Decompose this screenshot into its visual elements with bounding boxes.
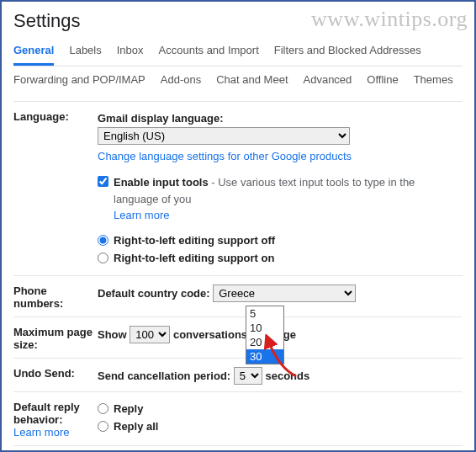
- country-code-select[interactable]: Greece: [213, 284, 356, 302]
- undo-period-select[interactable]: 5: [234, 367, 262, 385]
- tab-themes[interactable]: Themes: [414, 73, 453, 93]
- pagesize-label: Maximum page size:: [13, 326, 93, 351]
- tabs-row-1: General Labels Inbox Accounts and Import…: [13, 44, 463, 66]
- display-language-label: Gmail display language:: [98, 112, 224, 125]
- tab-forwarding[interactable]: Forwarding and POP/IMAP: [13, 73, 145, 93]
- undo-period-dropdown-list[interactable]: 5 10 20 30: [246, 306, 284, 364]
- page-title: Settings: [13, 10, 463, 32]
- enable-input-tools-checkbox[interactable]: [98, 176, 108, 187]
- reply-label: Default reply behavior:: [13, 401, 80, 426]
- tab-accounts[interactable]: Accounts and Import: [159, 44, 259, 66]
- reply-option-label: Reply: [114, 401, 143, 417]
- change-language-link[interactable]: Change language settings for other Googl…: [98, 150, 352, 162]
- reply-radio[interactable]: [98, 403, 108, 414]
- language-label: Language:: [13, 110, 69, 123]
- undo-period-label: Send cancellation period:: [98, 370, 230, 382]
- undo-suffix: seconds: [265, 370, 309, 382]
- country-code-label: Default country code:: [98, 287, 210, 300]
- undo-label: Undo Send:: [13, 367, 75, 380]
- pagesize-show: Show: [98, 328, 127, 341]
- rtl-off-label: Right-to-left editing support off: [114, 232, 275, 249]
- undo-option-10[interactable]: 10: [246, 321, 283, 335]
- display-language-select[interactable]: English (US): [98, 127, 350, 145]
- reply-all-radio[interactable]: [98, 421, 108, 432]
- section-default-reply: Default reply behavior: Learn more Reply…: [13, 391, 463, 445]
- tab-chat[interactable]: Chat and Meet: [216, 73, 288, 93]
- input-tools-learn-more-link[interactable]: Learn more: [114, 209, 169, 221]
- section-pagesize: Maximum page size: Show 100 conversation…: [13, 316, 463, 358]
- tab-advanced[interactable]: Advanced: [304, 73, 352, 93]
- undo-option-20[interactable]: 20: [246, 335, 283, 349]
- tab-addons[interactable]: Add-ons: [161, 73, 201, 93]
- rtl-off-radio[interactable]: [98, 235, 108, 246]
- section-language: Language: Gmail display language: Englis…: [13, 101, 463, 275]
- enable-input-tools-label: Enable input tools: [114, 176, 209, 189]
- section-phone: Phone numbers: Default country code: Gre…: [13, 275, 463, 316]
- tab-inbox[interactable]: Inbox: [117, 44, 144, 66]
- reply-all-option-label: Reply all: [114, 418, 158, 435]
- phone-label: Phone numbers:: [13, 284, 63, 310]
- rtl-on-label: Right-to-left editing support on: [114, 250, 274, 267]
- reply-learn-more-link[interactable]: Learn more: [13, 426, 69, 439]
- undo-option-5[interactable]: 5: [246, 306, 283, 321]
- tab-filters[interactable]: Filters and Blocked Addresses: [274, 44, 421, 66]
- tab-offline[interactable]: Offline: [367, 73, 398, 93]
- pagesize-select[interactable]: 100: [130, 326, 170, 343]
- section-hover: Hover actions: Enable hover actions - Qu…: [13, 445, 463, 453]
- tabs-row-2: Forwarding and POP/IMAP Add-ons Chat and…: [13, 73, 463, 93]
- section-undo-send: Undo Send: Send cancellation period: 5 s…: [13, 358, 463, 391]
- tab-labels[interactable]: Labels: [69, 44, 101, 66]
- rtl-on-radio[interactable]: [98, 253, 108, 263]
- undo-option-30[interactable]: 30: [246, 349, 283, 364]
- tab-general[interactable]: General: [13, 44, 54, 66]
